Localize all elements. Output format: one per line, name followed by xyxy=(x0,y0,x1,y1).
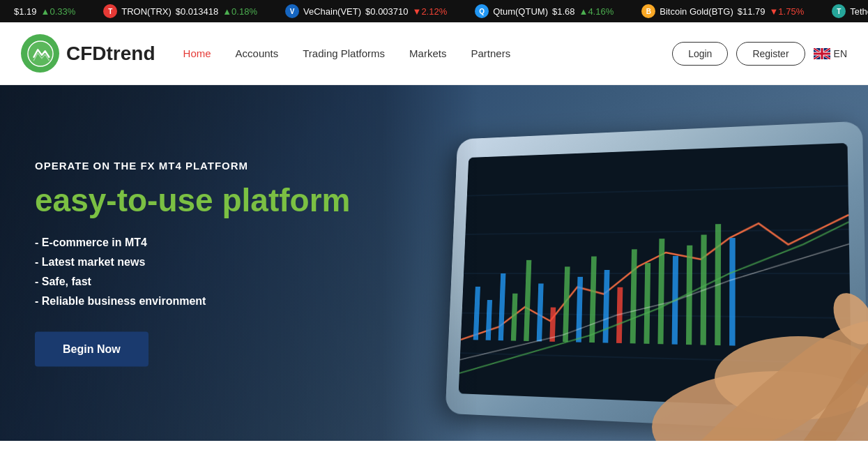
vechain-symbol: VeChain(VET) xyxy=(303,6,361,17)
nav-home[interactable]: Home xyxy=(183,47,211,59)
feature-3: - Safe, fast xyxy=(35,275,350,287)
logo-svg xyxy=(27,40,54,67)
qtum-symbol: Qtum(QTUM) xyxy=(493,6,548,17)
begin-now-button[interactable]: Begin Now xyxy=(35,331,149,366)
header-actions: Login Register EN xyxy=(672,42,847,66)
feature-1: - E-commerce in MT4 xyxy=(35,236,350,248)
ticker-item-extra: $1.19 ▲0.33% xyxy=(14,6,75,17)
nav-accounts[interactable]: Accounts xyxy=(236,47,279,59)
ticker-item-btg: B Bitcoin Gold(BTG) $11.79 ▼1.75% xyxy=(641,4,804,18)
qtum-icon: Q xyxy=(475,4,489,18)
vechain-change: ▼2.12% xyxy=(413,6,448,17)
feature-4: - Reliable business environment xyxy=(35,294,350,307)
logo-text: CFDtrend xyxy=(66,43,155,65)
ticker-item-tether: T Tether( xyxy=(832,4,868,18)
hero-subtitle: OPERATE ON THE FX MT4 PLATFORM xyxy=(35,160,350,172)
qtum-change: ▲4.16% xyxy=(579,6,614,17)
ticker-extra-change: ▲0.33% xyxy=(41,6,76,17)
logo-icon xyxy=(21,34,59,73)
nav-partners[interactable]: Partners xyxy=(471,47,510,59)
vechain-icon: V xyxy=(285,4,299,18)
language-selector[interactable]: EN xyxy=(814,48,847,59)
login-button[interactable]: Login xyxy=(672,42,728,66)
flag-icon xyxy=(814,48,830,59)
register-button[interactable]: Register xyxy=(736,42,805,66)
btg-icon: B xyxy=(641,4,655,18)
nav-trading-platforms[interactable]: Trading Platforms xyxy=(303,47,385,59)
ticker-item-tron: T TRON(TRX) $0.013418 ▲0.18% xyxy=(103,4,257,18)
qtum-price: $1.68 xyxy=(552,6,575,17)
tron-icon: T xyxy=(103,4,117,18)
hero-features: - E-commerce in MT4 - Latest market news… xyxy=(35,236,350,307)
ticker-item-vechain: V VeChain(VET) $0.003710 ▼2.12% xyxy=(285,4,447,18)
tron-symbol: TRON(TRX) xyxy=(121,6,172,17)
ticker-content: $1.19 ▲0.33% T TRON(TRX) $0.013418 ▲0.18… xyxy=(0,4,868,18)
hero-title: easy-to-use platform xyxy=(35,182,350,219)
btg-change: ▼1.75% xyxy=(770,6,805,17)
ticker-bar: $1.19 ▲0.33% T TRON(TRX) $0.013418 ▲0.18… xyxy=(0,0,868,22)
ticker-extra-price: $1.19 xyxy=(14,6,37,17)
tron-price: $0.013418 xyxy=(176,6,218,17)
main-nav: Home Accounts Trading Platforms Markets … xyxy=(183,47,673,59)
btg-price: $11.79 xyxy=(738,6,766,17)
feature-2: - Latest market news xyxy=(35,255,350,268)
vechain-price: $0.003710 xyxy=(365,6,408,17)
tether-symbol: Tether( xyxy=(850,6,868,17)
tron-change: ▲0.18% xyxy=(222,6,257,17)
nav-markets[interactable]: Markets xyxy=(409,47,446,59)
hero-content: OPERATE ON THE FX MT4 PLATFORM easy-to-u… xyxy=(35,160,350,367)
logo-link[interactable]: CFDtrend xyxy=(21,34,155,73)
hand-overlay xyxy=(554,183,868,441)
lang-label: EN xyxy=(834,48,847,59)
header: CFDtrend Home Accounts Trading Platforms… xyxy=(0,22,868,85)
tether-icon: T xyxy=(832,4,846,18)
hero-section: OPERATE ON THE FX MT4 PLATFORM easy-to-u… xyxy=(0,85,868,441)
hand-svg xyxy=(554,183,868,441)
btg-symbol: Bitcoin Gold(BTG) xyxy=(660,6,733,17)
ticker-item-qtum: Q Qtum(QTUM) $1.68 ▲4.16% xyxy=(475,4,614,18)
